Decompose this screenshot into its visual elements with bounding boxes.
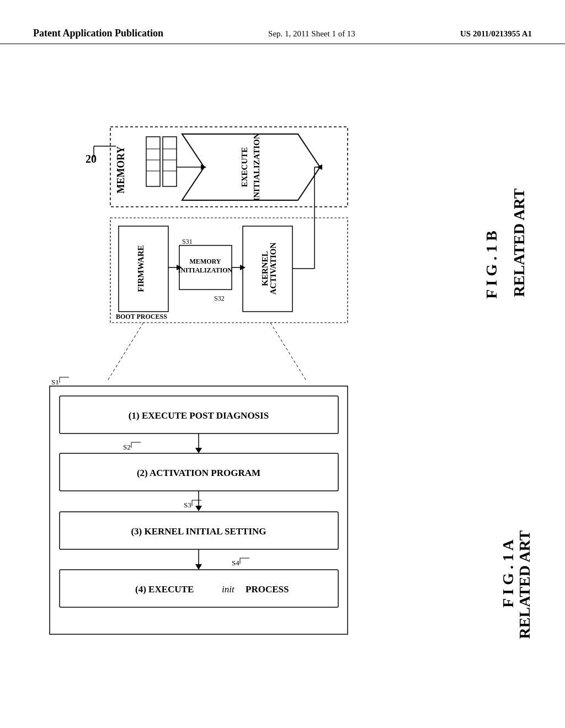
svg-text:ACTIVATION: ACTIVATION: [269, 243, 278, 295]
svg-rect-67: [146, 137, 160, 186]
svg-text:(3) KERNEL INITIAL SETTING: (3) KERNEL INITIAL SETTING: [131, 526, 266, 537]
svg-text:FIRMWARE: FIRMWARE: [136, 245, 145, 292]
page-header: Patent Application Publication Sep. 1, 2…: [0, 28, 565, 44]
svg-text:BOOT PROCESS: BOOT PROCESS: [116, 313, 167, 320]
svg-rect-82: [119, 226, 168, 312]
svg-marker-99: [317, 164, 322, 170]
svg-rect-102: [50, 386, 348, 634]
svg-line-100: [108, 323, 143, 381]
svg-text:EXECUTE: EXECUTE: [240, 147, 249, 188]
svg-marker-94: [240, 265, 246, 270]
svg-text:S4: S4: [232, 559, 239, 567]
svg-rect-127: [60, 570, 338, 607]
svg-text:(1) EXECUTE POST DIAGNOSIS: (1) EXECUTE POST DIAGNOSIS: [129, 410, 269, 421]
svg-text:PROCESS: PROCESS: [246, 584, 289, 595]
svg-marker-75: [182, 134, 320, 200]
svg-rect-120: [60, 512, 338, 549]
svg-marker-109: [195, 448, 202, 453]
svg-text:INITIALIZATION: INITIALIZATION: [178, 266, 233, 274]
svg-text:S3: S3: [184, 501, 191, 509]
svg-text:KERNEL: KERNEL: [260, 251, 269, 286]
svg-text:S32: S32: [214, 295, 225, 302]
svg-text:MEMORY: MEMORY: [115, 146, 126, 193]
svg-text:(4) EXECUTE: (4) EXECUTE: [135, 584, 194, 595]
svg-text:init: init: [222, 584, 235, 595]
svg-rect-84: [179, 245, 232, 290]
svg-marker-123: [195, 564, 202, 570]
svg-rect-80: [110, 218, 348, 323]
svg-rect-90: [243, 226, 292, 312]
svg-marker-89: [177, 265, 182, 270]
svg-text:S2: S2: [123, 443, 131, 451]
svg-text:RELATED ART: RELATED ART: [510, 188, 527, 297]
svg-text:F I G .  1 A: F I G . 1 A: [499, 539, 516, 608]
svg-marker-116: [195, 506, 202, 511]
svg-text:MEMORY: MEMORY: [190, 258, 221, 265]
svg-rect-106: [60, 396, 338, 433]
svg-text:20: 20: [86, 153, 97, 165]
svg-text:S1: S1: [51, 378, 59, 386]
svg-text:RELATED ART: RELATED ART: [516, 530, 533, 639]
svg-text:F I G .  1 B: F I G . 1 B: [483, 231, 500, 298]
sheet-info: Sep. 1, 2011 Sheet 1 of 13: [268, 29, 355, 39]
svg-marker-79: [201, 164, 206, 170]
svg-text:S31: S31: [182, 238, 193, 245]
svg-line-101: [270, 323, 306, 381]
svg-rect-113: [60, 453, 338, 491]
svg-text:INITIALIZATION: INITIALIZATION: [252, 133, 261, 201]
publication-title: Patent Application Publication: [33, 28, 163, 39]
svg-text:(2) ACTIVATION PROGRAM: (2) ACTIVATION PROGRAM: [137, 468, 260, 478]
svg-rect-71: [163, 137, 177, 186]
svg-rect-65: [110, 127, 348, 207]
patent-number: US 2011/0213955 A1: [460, 29, 532, 39]
